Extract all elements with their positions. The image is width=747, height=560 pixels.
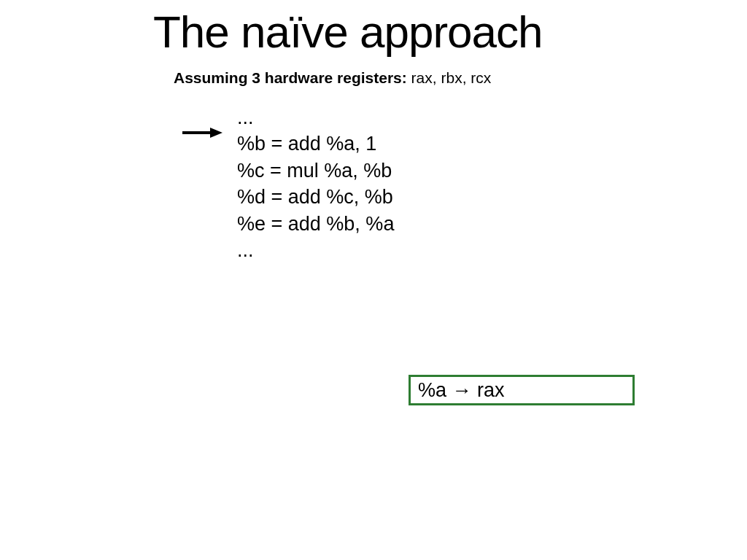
code-block: ... %b = add %a, 1 %c = mul %a, %b %d = …: [237, 104, 394, 264]
code-line: ...: [237, 237, 394, 263]
code-line: ...: [237, 104, 394, 131]
register-mapping-text: %a → rax: [418, 379, 505, 402]
code-line: %b = add %a, 1: [237, 131, 394, 157]
register-mapping-box: %a → rax: [409, 375, 635, 405]
arrow-right-icon: [182, 128, 222, 141]
subtitle-bold: Assuming 3 hardware registers:: [174, 69, 407, 86]
subtitle-registers: rax, rbx, rcx: [407, 69, 492, 86]
code-line: %e = add %b, %a: [237, 211, 394, 237]
code-line: %c = mul %a, %b: [237, 158, 394, 184]
svg-marker-1: [210, 128, 222, 138]
slide-title: The naïve approach: [153, 6, 543, 58]
slide-subtitle: Assuming 3 hardware registers: rax, rbx,…: [174, 69, 491, 87]
code-line: %d = add %c, %b: [237, 184, 394, 210]
